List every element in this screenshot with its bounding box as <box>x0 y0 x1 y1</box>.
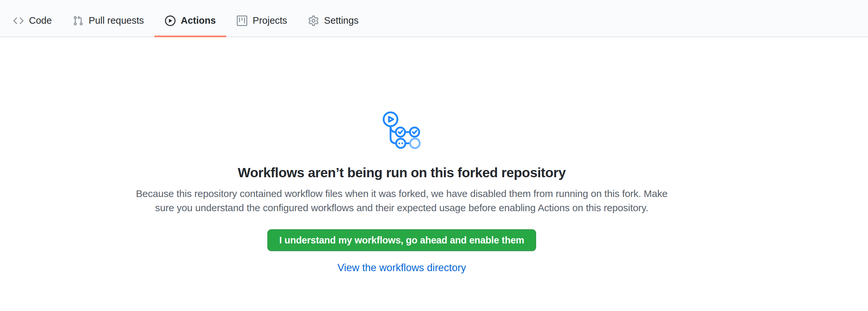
tab-actions-label: Actions <box>181 16 216 25</box>
play-circle-icon <box>165 15 176 26</box>
page-description: Because this repository contained workfl… <box>136 186 668 215</box>
page-description-line2: sure you understand the configured workf… <box>155 202 648 213</box>
tab-settings-label: Settings <box>324 16 359 25</box>
tab-projects-label: Projects <box>253 16 287 25</box>
tab-pull-requests[interactable]: Pull requests <box>62 0 154 37</box>
tab-actions[interactable]: Actions <box>154 0 226 37</box>
git-pull-request-icon <box>73 15 83 26</box>
tab-pull-requests-label: Pull requests <box>89 16 144 25</box>
page-title: Workflows aren’t being run on this forke… <box>238 164 566 181</box>
tab-settings[interactable]: Settings <box>298 0 369 37</box>
code-icon <box>13 15 24 26</box>
workflows-directory-link[interactable]: View the workflows directory <box>338 262 466 274</box>
blankslate: Workflows aren’t being run on this forke… <box>0 37 868 274</box>
gear-icon <box>308 15 319 26</box>
tab-code-label: Code <box>29 16 52 25</box>
project-icon <box>237 15 247 26</box>
tab-code[interactable]: Code <box>3 0 62 37</box>
page-description-line1: Because this repository contained workfl… <box>136 188 668 199</box>
enable-workflows-button[interactable]: I understand my workflows, go ahead and … <box>268 229 536 251</box>
workflow-graph-icon <box>382 110 422 150</box>
tab-projects[interactable]: Projects <box>226 0 298 37</box>
repo-tab-nav: Code Pull requests Actions Projects Sett… <box>0 0 868 37</box>
